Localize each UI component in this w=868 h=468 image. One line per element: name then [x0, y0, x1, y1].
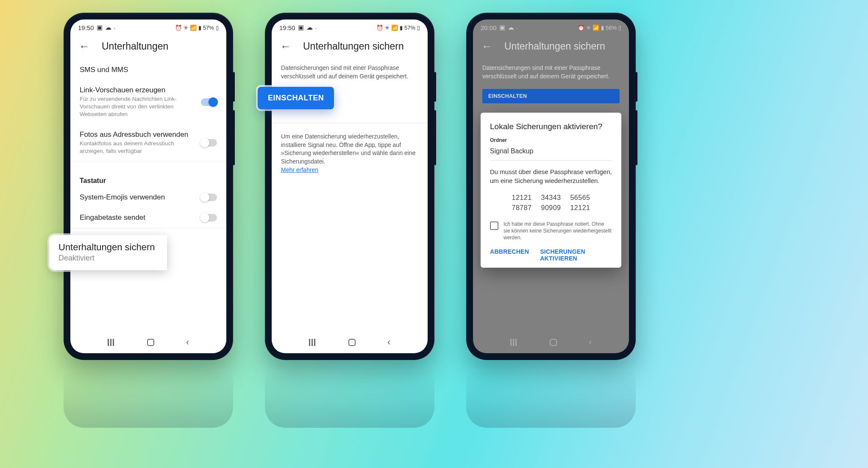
bluetooth-icon: ⚹ [385, 24, 389, 31]
toggle-link-previews[interactable] [201, 98, 217, 106]
status-bar: 19:50 ▣ ☁ · ⏰ ⚹ 📶 ▮ 57% ▯ [70, 19, 226, 34]
battery-text: 56% [606, 25, 617, 31]
row-sms-mms[interactable]: SMS und MMS [70, 60, 226, 80]
notification-icon: ☁ [105, 24, 111, 31]
nav-home[interactable] [550, 339, 557, 346]
section-keyboard: Tastatur [70, 171, 226, 187]
nav-home[interactable] [348, 339, 356, 346]
battery-icon: ▯ [417, 25, 420, 31]
status-time: 19:50 [279, 24, 295, 31]
back-icon[interactable]: ← [280, 40, 291, 53]
callout-backup-chats[interactable]: Unterhaltungen sichern Deaktiviert [49, 235, 167, 270]
more-icon: · [517, 24, 518, 31]
intro-text: Datensicherungen sind mit einer Passphra… [272, 60, 428, 85]
phone-3: 20:00 ▣ ☁ · ⏰ ⚹ 📶 ▮ 56% ▯ ← Unterhaltung… [466, 13, 636, 360]
confirm-passphrase-row[interactable]: Ich habe mir diese Passphrase notiert. O… [490, 221, 612, 241]
row-system-emoji[interactable]: System-Emojis verwenden [70, 187, 226, 208]
learn-more-link[interactable]: Mehr erfahren [281, 166, 318, 173]
notification-icon: ☁ [306, 24, 313, 31]
confirm-passphrase-text: Ich habe mir diese Passphrase notiert. O… [504, 221, 612, 241]
notification-icon: ▣ [499, 24, 505, 31]
callout-subtitle: Deaktiviert [58, 254, 158, 263]
phone-2: 19:50 ▣ ☁ · ⏰ ⚹ 📶 ▮ 57% ▯ ← Unterhaltung… [265, 13, 434, 360]
battery-icon: ▯ [618, 25, 621, 31]
nav-bar: ‹ [272, 334, 428, 353]
battery-icon: ▯ [216, 25, 219, 31]
battery-text: 57% [203, 25, 214, 31]
status-time: 19:50 [78, 24, 94, 31]
notification-icon: ▣ [298, 24, 304, 31]
battery-text: 57% [404, 25, 415, 31]
alarm-icon: ⏰ [175, 25, 182, 31]
wifi-icon: 📶 [190, 25, 197, 31]
status-bar: 19:50 ▣ ☁ · ⏰ ⚹ 📶 ▮ 57% ▯ [272, 19, 428, 34]
nav-recents[interactable] [309, 339, 317, 346]
notification-icon: ☁ [508, 24, 514, 31]
folder-value: Signal Backup [490, 147, 612, 155]
back-icon[interactable]: ← [79, 40, 90, 53]
passphrase-info: Du musst über diese Passphrase verfügen,… [490, 167, 612, 185]
signal-icon: ▮ [601, 25, 604, 31]
activate-backups-button[interactable]: SICHERUNGEN AKTIVIEREN [540, 248, 612, 262]
row-link-previews[interactable]: Link-Vorschauen erzeugen Für zu versende… [70, 80, 226, 125]
page-title: Unterhaltungen [102, 41, 168, 52]
toggle-enter-sends[interactable] [201, 214, 217, 222]
wifi-icon: 📶 [593, 25, 599, 31]
page-title: Unterhaltungen sichern [303, 41, 404, 52]
nav-bar: ‹ [473, 334, 629, 353]
nav-back[interactable]: ‹ [589, 337, 592, 348]
phone-1: 19:50 ▣ ☁ · ⏰ ⚹ 📶 ▮ 57% ▯ ← Unterhaltung… [64, 13, 233, 360]
alarm-icon: ⏰ [578, 25, 584, 31]
signal-icon: ▮ [400, 25, 403, 31]
nav-bar: ‹ [70, 334, 226, 353]
signal-icon: ▮ [198, 25, 201, 31]
nav-back[interactable]: ‹ [186, 337, 189, 348]
more-icon: · [114, 24, 116, 31]
page-title: Unterhaltungen sichern [504, 41, 605, 52]
folder-label: Ordner [490, 137, 612, 143]
nav-recents[interactable] [108, 339, 115, 346]
alarm-icon: ⏰ [376, 25, 383, 31]
bluetooth-icon: ⚹ [586, 24, 591, 31]
toggle-system-emoji[interactable] [201, 194, 217, 201]
passphrase-display: 12121 34343 56565 78787 90909 12121 [490, 193, 612, 213]
app-bar: ← Unterhaltungen sichern [473, 34, 629, 60]
confirm-passphrase-checkbox[interactable] [490, 222, 498, 230]
cancel-button[interactable]: ABBRECHEN [490, 248, 529, 262]
app-bar: ← Unterhaltungen [70, 34, 226, 60]
row-contact-photos[interactable]: Fotos aus Adressbuch verwenden Kontaktfo… [70, 125, 226, 161]
intro-text: Datensicherungen sind mit einer Passphra… [473, 60, 629, 85]
dialog-title: Lokale Sicherungen aktivieren? [490, 122, 612, 131]
more-icon: · [315, 24, 317, 31]
restore-text: Um eine Datensicherung wiederherzustelle… [272, 128, 428, 178]
enable-backups-button[interactable]: EINSCHALTEN [258, 87, 334, 109]
callout-title: Unterhaltungen sichern [58, 242, 158, 253]
enable-backups-button-dim: EINSCHALTEN [482, 89, 620, 103]
nav-recents[interactable] [510, 339, 518, 346]
app-bar: ← Unterhaltungen sichern [272, 34, 428, 60]
nav-back[interactable]: ‹ [387, 337, 390, 348]
enable-local-backups-dialog: Lokale Sicherungen aktivieren? Ordner Si… [481, 113, 621, 268]
notification-icon: ▣ [97, 24, 103, 31]
nav-home[interactable] [147, 339, 154, 346]
bluetooth-icon: ⚹ [184, 24, 188, 31]
wifi-icon: 📶 [391, 25, 398, 31]
row-enter-sends[interactable]: Eingabetaste sendet [70, 208, 226, 228]
status-time: 20:00 [481, 24, 497, 31]
toggle-contact-photos[interactable] [201, 139, 217, 147]
back-icon: ← [481, 40, 492, 53]
status-bar: 20:00 ▣ ☁ · ⏰ ⚹ 📶 ▮ 56% ▯ [473, 19, 629, 34]
